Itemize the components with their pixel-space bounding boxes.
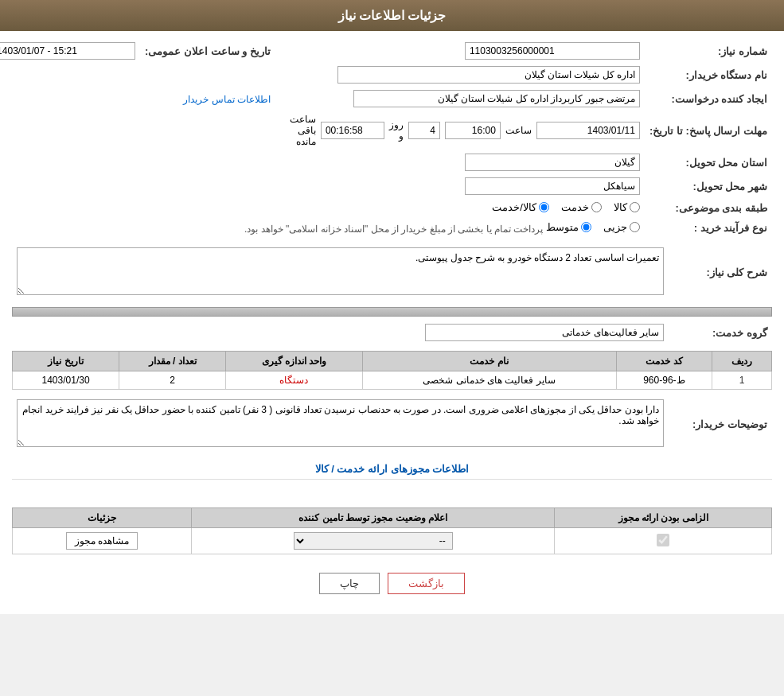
deadline-label: مهلت ارسال پاسخ: تا تاریخ: xyxy=(645,111,772,150)
col-row: ردیف xyxy=(712,352,772,371)
col-service-code: کد خدمت xyxy=(616,352,712,371)
col-details: جزئیات xyxy=(13,508,192,528)
announce-time-label: تاریخ و ساعت اعلان عمومی: xyxy=(140,39,275,63)
buyer-org-input[interactable] xyxy=(337,66,640,84)
services-section-header xyxy=(12,307,772,317)
category-kala-option[interactable]: کالا xyxy=(614,201,640,213)
deadline-time-input[interactable] xyxy=(445,122,501,139)
row-unit: دستگاه xyxy=(226,371,363,390)
permit-status-select[interactable]: -- xyxy=(294,532,453,550)
need-desc-label: شرح کلی نیاز: xyxy=(669,244,772,301)
col-unit-measure: واحد اندازه گیری xyxy=(226,352,363,371)
days-label: روز و xyxy=(389,119,404,142)
category-kala-khedmat-option[interactable]: کالا/خدمت xyxy=(492,201,549,213)
category-kala-khedmat-radio[interactable] xyxy=(539,202,549,212)
category-khedmat-option[interactable]: خدمت xyxy=(561,201,602,213)
process-jozvi-option[interactable]: جزیی xyxy=(603,221,640,233)
col-required-permit: الزامی بودن ارائه مجوز xyxy=(555,508,772,528)
print-button[interactable]: چاپ xyxy=(319,573,380,594)
process-motavaset-option[interactable]: متوسط xyxy=(546,221,591,233)
hours-remaining-label: ساعت باقی مانده xyxy=(290,114,316,147)
creator-label: ایجاد کننده درخواست: xyxy=(645,87,772,111)
permit-details-cell: مشاهده مجوز xyxy=(13,528,192,554)
page-title: جزئیات اطلاعات نیاز xyxy=(338,9,447,22)
buyer-notes-table: توضیحات خریدار: xyxy=(12,396,772,453)
need-number-label: شماره نیاز: xyxy=(645,39,772,63)
category-khedmat-label: خدمت xyxy=(561,201,589,213)
permit-required-cell xyxy=(555,528,772,554)
col-service-name: نام خدمت xyxy=(362,352,616,371)
content-area: شماره نیاز: تاریخ و ساعت اعلان عمومی: نا… xyxy=(0,31,784,614)
process-type-label: نوع فرآیند خرید : xyxy=(645,218,772,238)
need-desc-table: شرح کلی نیاز: xyxy=(12,244,772,301)
need-number-input[interactable] xyxy=(465,42,640,60)
page-wrapper: جزئیات اطلاعات نیاز شماره نیاز: تاریخ و … xyxy=(0,0,784,614)
process-motavaset-label: متوسط xyxy=(546,221,579,233)
city-label: شهر محل تحویل: xyxy=(645,174,772,198)
col-quantity: تعداد / مقدار xyxy=(119,352,226,371)
main-info-table: شماره نیاز: تاریخ و ساعت اعلان عمومی: نا… xyxy=(0,39,772,238)
table-row: 1 ط-96-960 سایر فعالیت های خدماتی شخصی د… xyxy=(13,371,772,390)
permit-required-checkbox[interactable] xyxy=(657,534,669,546)
table-row: -- مشاهده مجوز xyxy=(13,528,772,554)
category-kala-label: کالا xyxy=(614,201,627,213)
row-code: ط-96-960 xyxy=(616,371,712,390)
deadline-days-input[interactable] xyxy=(408,122,440,139)
service-group-input[interactable] xyxy=(425,324,664,341)
row-name: سایر فعالیت های خدماتی شخصی xyxy=(362,371,616,390)
service-group-table: گروه خدمت: xyxy=(12,321,772,344)
process-desc-text: پرداخت تمام یا بخشی از مبلغ خریدار از مح… xyxy=(244,224,543,235)
buyer-org-label: نام دستگاه خریدار: xyxy=(645,63,772,87)
row-quantity: 2 xyxy=(119,371,226,390)
permits-section-header: اطلاعات مجوزهای ارائه خدمت / کالا xyxy=(12,459,772,480)
creator-input[interactable] xyxy=(353,90,640,107)
category-radio-group: کالا خدمت کالا/خدمت xyxy=(492,201,640,213)
deadline-date-input[interactable] xyxy=(536,122,640,139)
province-input[interactable] xyxy=(465,154,640,171)
category-khedmat-radio[interactable] xyxy=(591,202,602,212)
col-supplier-status: اعلام وضعیت مجوز توسط تامین کننده xyxy=(192,508,555,528)
permit-supplier-status-cell: -- xyxy=(192,528,555,554)
need-desc-textarea[interactable] xyxy=(17,247,664,295)
service-group-label: گروه خدمت: xyxy=(669,321,772,344)
row-num: 1 xyxy=(712,371,772,390)
view-permit-button[interactable]: مشاهده مجوز xyxy=(66,532,138,550)
bottom-buttons: بازگشت چاپ xyxy=(12,561,772,606)
buyer-notes-textarea[interactable] xyxy=(17,399,664,447)
contact-info-link[interactable]: اطلاعات تماس خریدار xyxy=(183,94,271,105)
countdown-input[interactable] xyxy=(321,122,384,139)
process-radio-group: جزیی متوسط xyxy=(546,221,640,233)
row-date: 1403/01/30 xyxy=(13,371,119,390)
buyer-notes-label: توضیحات خریدار: xyxy=(669,396,772,453)
category-kala-khedmat-label: کالا/خدمت xyxy=(492,201,536,213)
process-jozvi-label: جزیی xyxy=(603,221,627,233)
back-button[interactable]: بازگشت xyxy=(388,573,465,594)
col-need-date: تاریخ نیاز xyxy=(13,352,119,371)
category-kala-radio[interactable] xyxy=(630,202,640,212)
services-table: ردیف کد خدمت نام خدمت واحد اندازه گیری ت… xyxy=(12,351,772,390)
process-motavaset-radio[interactable] xyxy=(581,222,591,232)
page-header: جزئیات اطلاعات نیاز xyxy=(0,0,784,31)
announce-datetime-input[interactable] xyxy=(0,42,135,60)
time-label: ساعت xyxy=(505,125,532,136)
permits-table: الزامی بودن ارائه مجوز اعلام وضعیت مجوز … xyxy=(12,507,772,554)
category-label: طبقه بندی موضوعی: xyxy=(645,198,772,218)
city-input[interactable] xyxy=(465,177,640,195)
province-label: استان محل تحویل: xyxy=(645,150,772,174)
process-jozvi-radio[interactable] xyxy=(630,222,640,232)
